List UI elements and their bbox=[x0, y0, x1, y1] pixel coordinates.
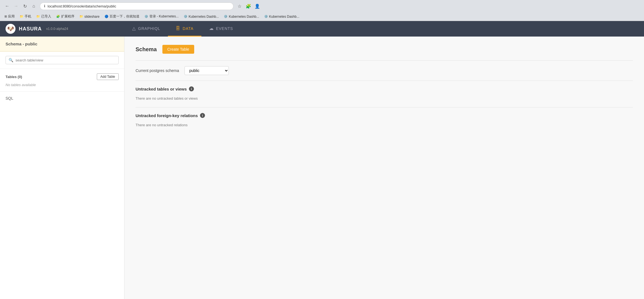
bookmark-k8s-login[interactable]: ⚙️ 登录 - Kubernetes... bbox=[143, 14, 180, 19]
bookmark-k8s-dash-1[interactable]: ⚙️ Kubernetes Dashb... bbox=[183, 14, 220, 19]
baidu-icon: 🔵 bbox=[105, 15, 108, 18]
back-button[interactable]: ← bbox=[3, 2, 11, 10]
schema-label: Current postgres schema bbox=[136, 68, 179, 73]
folder-icon: 📁 bbox=[20, 15, 24, 18]
extension-button[interactable]: 🧩 bbox=[245, 2, 252, 10]
schema-select[interactable]: public bbox=[185, 66, 229, 75]
events-icon: ☁ bbox=[209, 26, 214, 31]
sidebar-schema-title: Schema - public bbox=[6, 42, 119, 46]
create-table-button[interactable]: Create Table bbox=[162, 45, 194, 54]
profile-button[interactable]: 👤 bbox=[253, 2, 261, 10]
untracked-tables-title: Untracked tables or views i bbox=[136, 86, 633, 91]
bookmarks-bar: ⊞ 应用 📁 手机 📁 已导入 🧩 扩展程序 📁 slideshare 🔵 百度… bbox=[0, 12, 644, 21]
forward-button[interactable]: → bbox=[12, 2, 20, 10]
add-table-button[interactable]: Add Table bbox=[97, 73, 119, 80]
url-input[interactable] bbox=[48, 4, 229, 8]
untracked-tables-section: Untracked tables or views i There are no… bbox=[136, 86, 633, 102]
search-wrapper[interactable]: 🔍 bbox=[6, 56, 119, 64]
logo-area: 🐶 HASURA v1.0.0-alpha24 bbox=[0, 21, 124, 37]
bookmark-extensions[interactable]: 🧩 扩展程序 bbox=[55, 14, 76, 19]
folder-icon-2: 📁 bbox=[36, 15, 40, 18]
top-nav: 🐶 HASURA v1.0.0-alpha24 △ GRAPHIQL 🗄 DAT… bbox=[0, 21, 644, 37]
lock-icon: ℹ bbox=[44, 4, 45, 8]
k8s-icon-1: ⚙️ bbox=[144, 15, 148, 18]
hasura-logo-icon: 🐶 bbox=[6, 24, 15, 34]
divider-2 bbox=[136, 81, 633, 81]
puzzle-icon: 🧩 bbox=[56, 15, 60, 18]
right-content: Schema Create Table Current postgres sch… bbox=[124, 37, 644, 299]
sidebar-search-area: 🔍 bbox=[0, 51, 124, 69]
divider-1 bbox=[136, 60, 633, 61]
graphiql-icon: △ bbox=[132, 26, 136, 31]
data-icon: 🗄 bbox=[176, 26, 180, 31]
folder-icon-3: 📁 bbox=[79, 15, 83, 18]
bookmark-star-button[interactable]: ☆ bbox=[236, 2, 243, 10]
tables-section: Tables (0) Add Table No tables available bbox=[0, 69, 124, 92]
schema-header: Schema Create Table bbox=[136, 45, 633, 54]
bookmark-k8s-dash-2[interactable]: ⚙️ Kubernetes Dashb... bbox=[223, 14, 260, 19]
bookmark-imported[interactable]: 📁 已导入 bbox=[35, 14, 52, 19]
bookmark-baidu[interactable]: 🔵 百度一下，你就知道 bbox=[103, 14, 141, 19]
address-bar[interactable]: ℹ bbox=[40, 2, 233, 10]
sidebar-header: Schema - public bbox=[0, 37, 124, 51]
k8s-icon-2: ⚙️ bbox=[184, 15, 188, 18]
search-input[interactable] bbox=[15, 58, 116, 62]
untracked-relations-title: Untracked foreign-key relations i bbox=[136, 113, 633, 118]
untracked-relations-info-icon[interactable]: i bbox=[200, 113, 205, 118]
bookmark-phone[interactable]: 📁 手机 bbox=[19, 14, 32, 19]
search-icon: 🔍 bbox=[9, 58, 13, 62]
schema-page-title: Schema bbox=[136, 46, 157, 53]
bookmark-k8s-dash-3[interactable]: ⚙️ Kubernetes Dashb... bbox=[263, 14, 300, 19]
tab-events[interactable]: ☁ EVENTS bbox=[201, 21, 241, 37]
reload-button[interactable]: ↻ bbox=[21, 2, 29, 10]
no-tables-message: No tables available bbox=[6, 83, 119, 87]
postgres-schema-row: Current postgres schema public bbox=[136, 66, 633, 75]
tab-data[interactable]: 🗄 DATA bbox=[168, 21, 201, 37]
divider-3 bbox=[136, 107, 633, 107]
sql-section: SQL bbox=[0, 92, 124, 105]
untracked-relations-section: Untracked foreign-key relations i There … bbox=[136, 113, 633, 128]
tables-count-label: Tables (0) bbox=[6, 75, 22, 79]
untracked-tables-info-icon[interactable]: i bbox=[189, 86, 194, 91]
bookmark-apps[interactable]: ⊞ 应用 bbox=[3, 14, 16, 19]
nav-tabs: △ GRAPHIQL 🗄 DATA ☁ EVENTS bbox=[124, 21, 241, 37]
tab-graphiql[interactable]: △ GRAPHIQL bbox=[124, 21, 168, 37]
untracked-relations-empty-message: There are no untracked relations bbox=[136, 122, 633, 128]
k8s-icon-3: ⚙️ bbox=[224, 15, 228, 18]
home-button[interactable]: ⌂ bbox=[30, 2, 38, 10]
logo-text: HASURA bbox=[19, 26, 42, 32]
sidebar: Schema - public 🔍 Tables (0) Add Table N… bbox=[0, 37, 124, 299]
version-text: v1.0.0-alpha24 bbox=[46, 27, 68, 31]
k8s-icon-4: ⚙️ bbox=[264, 15, 268, 18]
untracked-tables-empty-message: There are no untracked tables or views bbox=[136, 95, 633, 102]
tables-header: Tables (0) Add Table bbox=[6, 73, 119, 80]
main-content: Schema - public 🔍 Tables (0) Add Table N… bbox=[0, 37, 644, 299]
bookmark-slideshare[interactable]: 📁 slideshare bbox=[78, 14, 101, 19]
apps-icon: ⊞ bbox=[4, 15, 7, 18]
sql-link[interactable]: SQL bbox=[6, 96, 13, 100]
